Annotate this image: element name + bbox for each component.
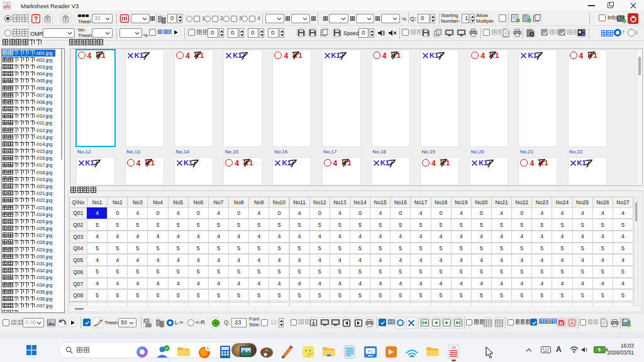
svg-text:19: 19 [5,3,9,6]
svg-text:R: R [559,321,562,326]
svg-text:199: 199 [451,346,456,349]
svg-text:?: ? [34,15,38,23]
svg-text:PC: PC [368,349,374,353]
